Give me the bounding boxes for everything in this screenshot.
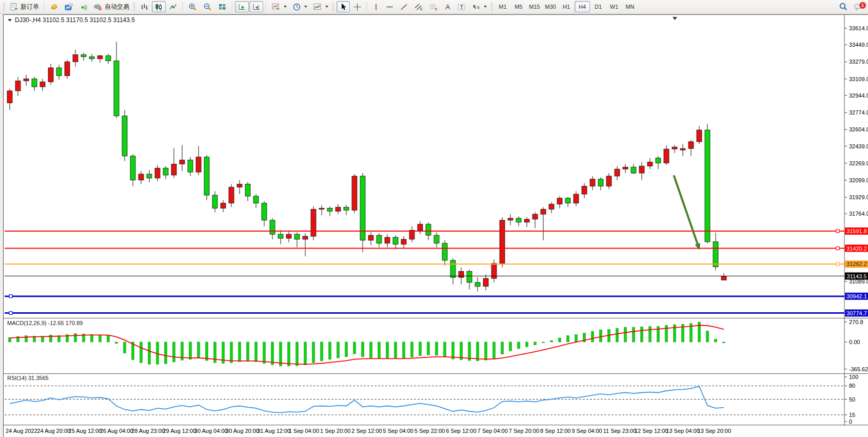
- macd-histogram-bar: [198, 342, 200, 358]
- timeframe-button-D1[interactable]: D1: [590, 1, 606, 12]
- line-drag-marker[interactable]: [836, 230, 839, 233]
- bar-chart-mode-button[interactable]: [137, 1, 151, 12]
- candle-body: [697, 130, 702, 142]
- candle-body: [574, 194, 579, 203]
- new-order-button[interactable]: 新订单: [7, 1, 42, 12]
- line-drag-marker[interactable]: [836, 247, 839, 250]
- line-chart-mode-button[interactable]: [166, 1, 180, 12]
- macd-histogram-bar: [419, 342, 422, 356]
- arrows-tool-button[interactable]: [469, 1, 489, 12]
- arrows-dropdown-caret[interactable]: [484, 6, 487, 8]
- tile-windows-icon: [218, 3, 227, 11]
- templates-button[interactable]: [310, 1, 331, 12]
- macd-histogram-bar: [353, 342, 356, 354]
- line-drag-marker[interactable]: [9, 312, 12, 315]
- chart-window[interactable]: 31591.831420.231262.230942.130774.731143…: [3, 14, 868, 437]
- price-line-label: 30774.7: [846, 310, 867, 316]
- candle-body: [188, 160, 193, 172]
- channel-tool-button[interactable]: E: [411, 1, 426, 12]
- panel-separator[interactable]: [4, 318, 868, 318]
- toolbar-drag-handle[interactable]: [491, 3, 492, 11]
- zoom-out-button[interactable]: [201, 1, 215, 12]
- tile-windows-button[interactable]: [215, 1, 229, 12]
- toolbar-drag-handle[interactable]: [332, 3, 334, 11]
- toolbar-drag-handle[interactable]: [3, 3, 5, 11]
- horizontal-line-tool-button[interactable]: [383, 1, 397, 12]
- timeframe-button-M30[interactable]: M30: [543, 1, 558, 12]
- candle-body: [327, 208, 332, 211]
- macd-histogram-bar: [321, 342, 323, 361]
- macd-histogram-bar: [534, 342, 537, 345]
- candle-body: [15, 81, 21, 91]
- periods-button[interactable]: [290, 1, 310, 12]
- text-label-tool-button[interactable]: T: [455, 1, 469, 12]
- candlestick-mode-button[interactable]: [152, 1, 166, 12]
- autotrading-button[interactable]: 自动交易: [91, 1, 132, 12]
- candle-body: [656, 158, 661, 163]
- toolbar-separator: [183, 2, 183, 12]
- macd-axis-tick-label: -365.62: [849, 366, 868, 372]
- rsi-axis-tick-label: 0: [849, 419, 852, 425]
- macd-histogram-bar: [715, 339, 717, 342]
- text-label-icon: T: [457, 3, 466, 11]
- time-axis[interactable]: 24 Aug 202224 Aug 20:0025 Aug 12:0026 Au…: [6, 428, 731, 434]
- toolbar-drag-handle[interactable]: [133, 3, 135, 11]
- panel-separator[interactable]: [4, 373, 868, 374]
- macd-histogram-bar: [559, 338, 561, 342]
- timeframe-button-H1[interactable]: H1: [559, 1, 574, 12]
- candle-body: [631, 167, 636, 173]
- panel-separator-highlight: [4, 318, 868, 319]
- signals-button[interactable]: [76, 1, 90, 12]
- cursor-tool-button[interactable]: [337, 1, 350, 12]
- line-drag-marker[interactable]: [836, 262, 839, 265]
- candle-body: [106, 56, 111, 61]
- timeframe-button-H4[interactable]: H4: [575, 1, 590, 12]
- indicators-dropdown-caret[interactable]: [284, 6, 287, 8]
- time-axis-label: 26 Aug 04:00: [100, 428, 133, 434]
- crosshair-tool-button[interactable]: [350, 1, 364, 12]
- templates-dropdown-caret[interactable]: [325, 6, 328, 8]
- candle-body: [229, 187, 234, 203]
- candle-body: [647, 162, 653, 166]
- macd-axis-tick-label: 270.8: [849, 319, 863, 325]
- timeframe-button-M1[interactable]: M1: [495, 1, 510, 12]
- macd-histogram-bar: [271, 342, 274, 365]
- macd-histogram-bar: [493, 342, 496, 358]
- price-axis-tick-label: 32099.0: [849, 177, 868, 183]
- zoom-in-button[interactable]: [186, 1, 200, 12]
- fibonacci-tool-button[interactable]: F: [426, 1, 441, 12]
- candle-body: [212, 195, 218, 208]
- auto-scroll-button[interactable]: [235, 1, 249, 12]
- vertical-line-tool-button[interactable]: [370, 1, 382, 12]
- macd-histogram-bar: [337, 342, 340, 358]
- timeframe-button-MN[interactable]: MN: [622, 1, 638, 12]
- candle-body: [713, 242, 718, 267]
- macd-histogram-bar: [91, 335, 93, 342]
- candle-body: [352, 176, 357, 210]
- chart-shift-button[interactable]: [249, 1, 263, 12]
- search-button[interactable]: [836, 1, 851, 12]
- macd-histogram-bar: [296, 342, 299, 366]
- chart-canvas[interactable]: 31591.831420.231262.230942.130774.731143…: [4, 15, 868, 437]
- macd-histogram-bar: [247, 342, 249, 361]
- candle-body: [524, 219, 529, 222]
- timeframe-button-M5[interactable]: M5: [511, 1, 526, 12]
- candle-body: [262, 203, 267, 220]
- panel-separator[interactable]: [4, 425, 868, 425]
- bar-chart-icon: [140, 3, 149, 11]
- line-drag-marker[interactable]: [9, 295, 12, 298]
- community-button[interactable]: [62, 1, 76, 12]
- candle-body: [73, 55, 78, 62]
- timeframe-button-W1[interactable]: W1: [606, 1, 622, 12]
- indicators-button[interactable]: [269, 1, 289, 12]
- market-button[interactable]: [47, 1, 61, 12]
- main-toolbar: 新订单 自动交易: [0, 0, 868, 14]
- price-axis-tick-label: 31929.0: [849, 194, 868, 200]
- cursor-arrow-icon: [339, 3, 347, 11]
- timeframe-button-M15[interactable]: M15: [527, 1, 542, 12]
- text-tool-button[interactable]: A: [441, 1, 454, 12]
- price-axis-tick-label: 33614.0: [849, 25, 868, 31]
- periods-dropdown-caret[interactable]: [304, 6, 307, 8]
- trendline-tool-button[interactable]: [397, 1, 411, 12]
- notifications-button[interactable]: 1: [851, 1, 866, 12]
